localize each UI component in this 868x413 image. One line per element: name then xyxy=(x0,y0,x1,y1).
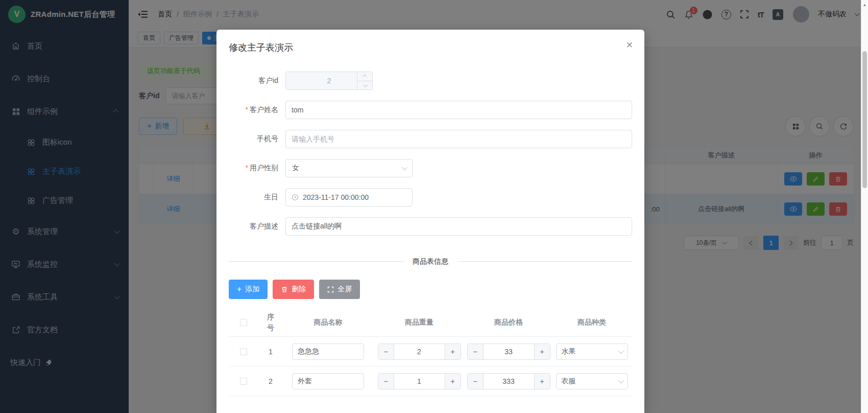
products-table: 序号 商品名称 商品重量 商品价格 商品种类 1 − 2 + xyxy=(229,308,632,396)
fullscreen-icon xyxy=(327,286,334,293)
increase-button[interactable]: + xyxy=(445,344,461,359)
row-checkbox[interactable] xyxy=(240,348,247,355)
field-label: 客户描述 xyxy=(229,222,285,231)
weight-value[interactable]: 1 xyxy=(394,374,445,389)
products-toolbar: + 添加 删除 全屏 xyxy=(229,280,632,299)
increase-button[interactable]: + xyxy=(534,344,550,359)
dialog-body: 客户id 2 *客户姓名 手机号 *用户性别 xyxy=(216,54,644,396)
select-all-checkbox[interactable] xyxy=(240,319,247,326)
gender-select[interactable]: 女 xyxy=(285,159,413,177)
field-label: *客户姓名 xyxy=(229,105,285,114)
vertical-scrollbar[interactable]: ▲ xyxy=(861,0,868,413)
birthday-value: 2023-11-17 00:00:00 xyxy=(303,193,369,201)
plus-icon: + xyxy=(237,285,242,293)
field-label: 客户id xyxy=(229,76,285,85)
scrollbar-thumb[interactable] xyxy=(862,51,867,188)
increase-button[interactable]: + xyxy=(445,374,461,389)
price-value[interactable]: 333 xyxy=(484,374,534,389)
trash-icon xyxy=(281,286,288,293)
chevron-down-icon xyxy=(618,377,623,383)
customer-desc-input[interactable] xyxy=(285,217,632,236)
decrease-button[interactable]: − xyxy=(378,374,394,389)
chevron-down-icon xyxy=(363,83,367,87)
chevron-down-icon xyxy=(402,165,407,170)
category-column-header: 商品种类 xyxy=(551,318,632,327)
price-stepper: − 333 + xyxy=(467,373,550,389)
phone-input[interactable] xyxy=(285,130,632,148)
section-title: 商品表信息 xyxy=(403,256,457,266)
birthday-datetime-picker[interactable]: 2023-11-17 00:00:00 xyxy=(285,188,413,206)
name-column-header: 商品名称 xyxy=(283,318,373,327)
form-row-gender: *用户性别 女 xyxy=(229,159,632,177)
dialog-title: 修改主子表演示 xyxy=(229,41,632,54)
product-add-button[interactable]: + 添加 xyxy=(229,280,268,299)
weight-value[interactable]: 2 xyxy=(394,344,445,359)
section-divider: 商品表信息 xyxy=(229,256,632,266)
price-value[interactable]: 33 xyxy=(484,344,534,359)
category-value: 水果 xyxy=(562,347,576,356)
product-row: 2 − 1 + − 333 + xyxy=(229,366,632,396)
required-mark: * xyxy=(246,164,248,172)
decrease-button[interactable]: − xyxy=(378,344,394,359)
category-value: 衣服 xyxy=(562,377,576,386)
weight-stepper: − 2 + xyxy=(378,343,461,360)
field-label: 手机号 xyxy=(229,134,285,144)
spinner-up-button[interactable] xyxy=(357,72,372,81)
dialog-header: 修改主子表演示 ✕ xyxy=(216,30,644,54)
price-column-header: 商品价格 xyxy=(466,318,551,327)
category-select[interactable]: 衣服 xyxy=(556,373,628,389)
spinner-down-button[interactable] xyxy=(357,81,372,90)
products-table-header: 序号 商品名称 商品重量 商品价格 商品种类 xyxy=(229,308,632,337)
clock-icon xyxy=(292,194,299,201)
number-spinner xyxy=(357,72,372,89)
product-name-input[interactable] xyxy=(292,343,364,360)
chevron-up-icon xyxy=(363,75,367,79)
form-row-customer-name: *客户姓名 xyxy=(229,101,632,119)
index-column-header: 序号 xyxy=(267,312,275,333)
customer-name-input[interactable] xyxy=(285,101,632,119)
edit-dialog: 修改主子表演示 ✕ 客户id 2 *客户姓名 手机号 xyxy=(216,30,644,413)
close-icon[interactable]: ✕ xyxy=(626,41,633,50)
chevron-down-icon xyxy=(618,348,623,353)
field-label: 生日 xyxy=(229,193,285,202)
form-row-phone: 手机号 xyxy=(229,130,632,148)
form-row-desc: 客户描述 xyxy=(229,217,632,236)
product-row: 1 − 2 + − 33 + xyxy=(229,337,632,366)
required-mark: * xyxy=(246,105,248,113)
weight-column-header: 商品重量 xyxy=(373,318,466,327)
scroll-up-arrow-icon[interactable]: ▲ xyxy=(861,0,868,7)
gender-value: 女 xyxy=(292,164,299,173)
price-stepper: − 33 + xyxy=(467,343,550,360)
product-fullscreen-button[interactable]: 全屏 xyxy=(319,280,360,299)
row-index: 1 xyxy=(258,348,283,356)
product-name-input[interactable] xyxy=(292,373,364,389)
row-checkbox[interactable] xyxy=(240,378,247,385)
form-row-birthday: 生日 2023-11-17 00:00:00 xyxy=(229,188,632,206)
weight-stepper: − 1 + xyxy=(378,373,461,389)
customer-id-number-input: 2 xyxy=(285,72,373,90)
decrease-button[interactable]: − xyxy=(468,374,484,389)
decrease-button[interactable]: − xyxy=(468,344,484,359)
app-window: V ZRAdmin.NET后台管理 首页 控制台 组件示例 xyxy=(0,0,868,413)
product-delete-button[interactable]: 删除 xyxy=(273,280,314,299)
row-index: 2 xyxy=(258,377,283,385)
form-row-customer-id: 客户id 2 xyxy=(229,72,632,90)
field-label: *用户性别 xyxy=(229,164,285,173)
category-select[interactable]: 水果 xyxy=(556,343,628,360)
increase-button[interactable]: + xyxy=(534,374,550,389)
